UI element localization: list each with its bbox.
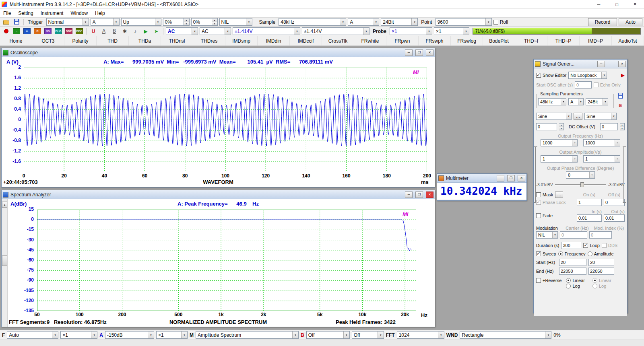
record-button[interactable]: Record (588, 18, 617, 26)
sweep-start-a-field[interactable]: 20 (559, 259, 586, 266)
restore-button[interactable]: ❐ (415, 49, 423, 56)
app-titlebar[interactable]: Multi-Instrument Pro 3.9.14.2 - [+3DP+DL… (0, 0, 644, 9)
waveform-library-button[interactable]: ≋ (616, 101, 625, 109)
spin-up-icon[interactable]: ▲ (184, 19, 189, 22)
data-logger-button[interactable]: DLG (54, 27, 63, 35)
multimeter-button[interactable]: Ω (33, 27, 42, 35)
marker-a-button[interactable]: A (99, 27, 108, 35)
tab-imdsmp[interactable]: IMDsmp (225, 36, 258, 45)
mask-off-field[interactable]: 0 (604, 199, 625, 206)
tab-imd-p[interactable]: IMD~P (580, 36, 612, 45)
close-button[interactable]: ✕ (426, 49, 433, 56)
marker-b-button[interactable]: B (110, 27, 119, 35)
b-mode-select[interactable]: Off▼ (306, 331, 350, 339)
record-indicator[interactable] (2, 27, 10, 35)
run-button[interactable]: ▶ (141, 27, 150, 35)
trigger-mode-select[interactable]: Normal▼ (46, 18, 89, 26)
wave-more-button[interactable]: ... (574, 113, 582, 120)
minimize-button[interactable]: ─ (405, 192, 413, 198)
restore-button[interactable]: ❐ (415, 192, 423, 198)
tab-polarity[interactable]: Polarity (64, 36, 97, 45)
gen-save-button[interactable] (616, 92, 625, 100)
tab-frswph[interactable]: FRswph (419, 36, 451, 45)
menu-item-file[interactable]: File (3, 10, 11, 16)
phase-difference-combo[interactable]: 0▼ (566, 171, 595, 179)
b-mode2-select[interactable]: Off▼ (352, 331, 384, 339)
roll-checkbox[interactable]: Roll (493, 19, 508, 25)
menu-item-window[interactable]: Window (70, 10, 88, 16)
tab-crosstlk[interactable]: CrossTlk (322, 36, 354, 45)
oscilloscope-plot[interactable] (24, 68, 427, 172)
tab-thd-f[interactable]: THD~f (515, 36, 547, 45)
coupling-b-select[interactable]: AC▼ (200, 27, 231, 35)
loopback-select[interactable]: No Loopback▼ (568, 72, 607, 79)
frequency-b-combo[interactable]: 1000▼ (583, 139, 620, 146)
trigger-hpf-select[interactable]: NIL▼ (219, 18, 252, 26)
dc-offset-a-spinner[interactable]: ▲▼ (559, 123, 564, 130)
tab-imdccif[interactable]: IMDccif (290, 36, 322, 45)
tab-imddin[interactable]: IMDdin (258, 36, 290, 45)
slider-thumb[interactable] (580, 182, 584, 187)
tab-thda[interactable]: THDa (129, 36, 161, 45)
fade-checkbox[interactable]: Fade (536, 213, 560, 218)
window-type-select[interactable]: Rectangle▼ (460, 331, 551, 339)
menu-item-instrument[interactable]: Instrument (41, 10, 64, 16)
point-select[interactable]: 9600▼ (436, 18, 492, 26)
tab-audiotst[interactable]: AudioTst (612, 36, 644, 45)
generator-play-icon[interactable]: ▶ (621, 72, 625, 78)
spectrum-analyzer-button[interactable]: ılı (23, 27, 31, 35)
a-mult-select[interactable]: ×1▼ (156, 331, 188, 339)
measurement-mode-select[interactable]: Amplitude Spectrum▼ (196, 331, 299, 339)
loopback-button[interactable]: ➤ (152, 27, 161, 35)
gen-bits-select[interactable]: 24Bit▼ (586, 98, 608, 105)
probe-a-select[interactable]: ×1▼ (390, 27, 432, 35)
range-a-select[interactable]: ±1.414V▼ (233, 27, 300, 35)
tab-thd[interactable]: THD (97, 36, 129, 45)
spin-up-icon[interactable]: ▲ (212, 19, 217, 22)
tab-thdres[interactable]: THDres (193, 36, 225, 45)
tab-home[interactable]: Home (0, 36, 32, 45)
mask-on-field[interactable]: 1 (577, 199, 602, 206)
dc-offset-a-field[interactable]: 0 (536, 123, 557, 130)
spectrum-left-scrollbar[interactable]: ▲ (2, 199, 8, 327)
maximize-button[interactable]: □ (608, 0, 626, 8)
tab-frwhite[interactable]: FRwhite (354, 36, 386, 45)
sweep-linear-a-radio[interactable]: Linear (566, 278, 585, 283)
ddc-button[interactable]: DDC (75, 27, 84, 35)
start-osc-field[interactable]: 0 (575, 81, 592, 89)
duration-field[interactable]: 300 (561, 242, 581, 249)
probe-b-select[interactable]: ×1▼ (434, 27, 469, 35)
ddp-viewer-button[interactable]: DDP (64, 27, 73, 35)
sample-bits-select[interactable]: 24Bit▼ (381, 18, 418, 26)
dc-offset-b-spinner[interactable]: ▲▼ (620, 123, 625, 130)
sweep-end-b-field[interactable]: 22050 (588, 268, 614, 275)
restore-button[interactable]: ❐ (507, 175, 515, 181)
menu-item-help[interactable]: Help (95, 10, 105, 16)
fade-in-field[interactable]: 0.01 (577, 214, 602, 222)
calibration-button[interactable]: ✱ (120, 27, 129, 35)
trigger-source-select[interactable]: A▼ (91, 18, 120, 26)
trigger-level-spinner[interactable]: 0%▲▼ (163, 18, 190, 26)
amplitude-a-combo[interactable]: 1▼ (541, 155, 578, 163)
minimize-button[interactable]: ─ (597, 61, 605, 67)
waveform-a-select[interactable]: Sine▼ (536, 113, 572, 120)
open-file-button[interactable] (2, 18, 10, 26)
gen-rate-select[interactable]: 48kHz▼ (538, 98, 566, 105)
waveform-b-select[interactable]: Sine▼ (584, 113, 617, 120)
spectrum-3d-button[interactable]: 3D (43, 27, 52, 35)
tab-frpwn[interactable]: FRpwn (386, 36, 419, 45)
tab-oct3[interactable]: OCT3 (32, 36, 64, 45)
tab-thd-p[interactable]: THD~P (547, 36, 580, 45)
signal-generator-titlebar[interactable]: Signal Gener... ─ ❐ ✕ (534, 60, 627, 68)
trigger-edge-select[interactable]: Up▼ (121, 18, 161, 26)
auto-button[interactable]: Auto (619, 18, 642, 26)
sweep-amplitude-radio[interactable]: Amplitude (588, 251, 614, 256)
save-file-button[interactable] (12, 18, 21, 26)
show-editor-checkbox[interactable]: Show Editor (536, 73, 566, 78)
sweep-log-a-radio[interactable]: Log (566, 284, 585, 288)
modulation-select[interactable]: NIL▼ (536, 231, 558, 239)
a-range-select[interactable]: -150dB▼ (105, 331, 154, 339)
mask-checkbox[interactable]: Mask (536, 192, 553, 197)
close-button[interactable]: ✕ (618, 61, 626, 67)
loop-checkbox[interactable]: Loop (583, 243, 599, 248)
